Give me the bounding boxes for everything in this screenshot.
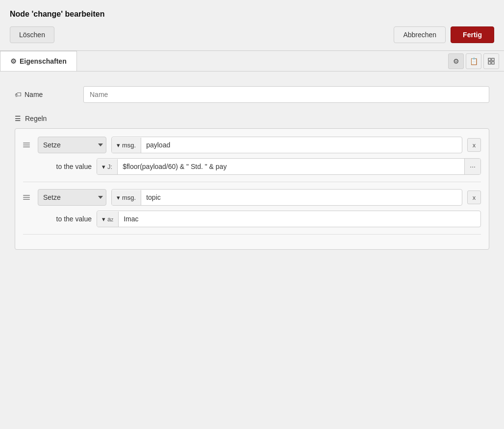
name-label: 🏷 Name [15,91,83,98]
tabs-right-icons: ⚙ 📋 [448,53,504,69]
rule-2-value-type-icon: az [107,215,113,223]
tabs-bar: ⚙ Eigenschaften ⚙ 📋 [0,51,504,72]
drag-handle-2[interactable] [23,195,33,200]
rule-2-target-type-btn[interactable]: ▾ msg. [112,190,141,205]
rule-1-target-field: ▾ msg. [111,137,462,153]
rule-1-value-field: ▾ J: ··· [97,158,481,175]
rule-1-target-input[interactable] [141,137,462,153]
rule-2-target-type-label: msg. [122,194,136,201]
rule-2-to-label: to the value [38,215,92,223]
name-field-row: 🏷 Name [15,86,489,103]
chevron-icon: ▾ [117,142,120,149]
rule-2-value-row: to the value ▾ az [38,211,481,227]
panel-content: 🏷 Name ☰ Regeln Setze Ändere Lös [0,72,504,429]
rule-1-to-label: to the value [38,163,92,170]
tag-icon: 🏷 [15,91,22,98]
rule-divider [23,182,481,182]
tab-grid-icon-button[interactable] [483,53,499,69]
rule-1-delete-button[interactable]: x [467,138,481,152]
svg-rect-0 [488,58,491,61]
rule-1-top-row: Setze Ändere Lösche ▾ msg. x [23,137,481,153]
rule-1-target-type-label: msg. [122,142,136,149]
rule-2-top-row: Setze Ändere Lösche ▾ msg. x [23,189,481,206]
gear-icon: ⚙ [10,57,17,65]
rule-1-action-select[interactable]: Setze Ändere Lösche [38,137,106,153]
rule-block-1: Setze Ändere Lösche ▾ msg. x to the va [23,137,481,175]
rules-label: ☰ Regeln [15,115,489,122]
rule-2-action-select[interactable]: Setze Ändere Lösche [38,189,106,206]
chevron-icon-2: ▾ [102,163,105,170]
tab-properties-label: Eigenschaften [20,57,67,65]
cancel-button[interactable]: Abbrechen [394,26,446,43]
tab-doc-icon-button[interactable]: 📋 [466,53,481,69]
rules-icon: ☰ [15,115,21,122]
chevron-icon-4: ▾ [102,215,105,223]
name-input[interactable] [83,86,489,103]
panel: Node 'change' bearbeiten Löschen Abbrech… [0,0,504,429]
rule-1-value-input[interactable] [118,159,464,174]
tab-properties[interactable]: ⚙ Eigenschaften [0,51,77,71]
name-label-text: Name [25,91,43,98]
rule-block-2: Setze Ändere Lösche ▾ msg. x to the va [23,189,481,227]
rule-2-value-field: ▾ az [97,211,481,227]
rule-1-value-row: to the value ▾ J: ··· [38,158,481,175]
panel-actions: Löschen Abbrechen Fertig [10,26,494,43]
rule-1-value-type-icon: J: [107,163,112,170]
grid-svg [488,58,495,65]
rule-divider-2 [23,234,481,235]
rule-2-value-type-btn[interactable]: ▾ az [97,212,119,227]
panel-title: Node 'change' bearbeiten [10,10,494,19]
rules-label-text: Regeln [25,115,47,122]
rule-2-delete-button[interactable]: x [467,191,481,204]
done-button[interactable]: Fertig [451,26,494,43]
rule-2-target-input[interactable] [141,190,462,205]
svg-rect-2 [488,62,491,64]
rule-2-target-field: ▾ msg. [111,189,462,206]
rules-container: Setze Ändere Lösche ▾ msg. x to the va [15,128,489,250]
tab-gear-icon-button[interactable]: ⚙ [448,53,464,69]
rule-1-target-type-btn[interactable]: ▾ msg. [112,138,141,153]
svg-rect-3 [492,62,494,64]
delete-button[interactable]: Löschen [10,26,54,43]
rule-2-value-input[interactable] [119,211,480,227]
panel-header: Node 'change' bearbeiten Löschen Abbrech… [0,0,504,51]
chevron-icon-3: ▾ [117,194,120,201]
svg-rect-1 [492,58,494,61]
drag-handle-1[interactable] [23,143,33,147]
rule-1-value-type-btn[interactable]: ▾ J: [97,159,118,174]
rule-1-ellipsis-button[interactable]: ··· [464,159,480,174]
